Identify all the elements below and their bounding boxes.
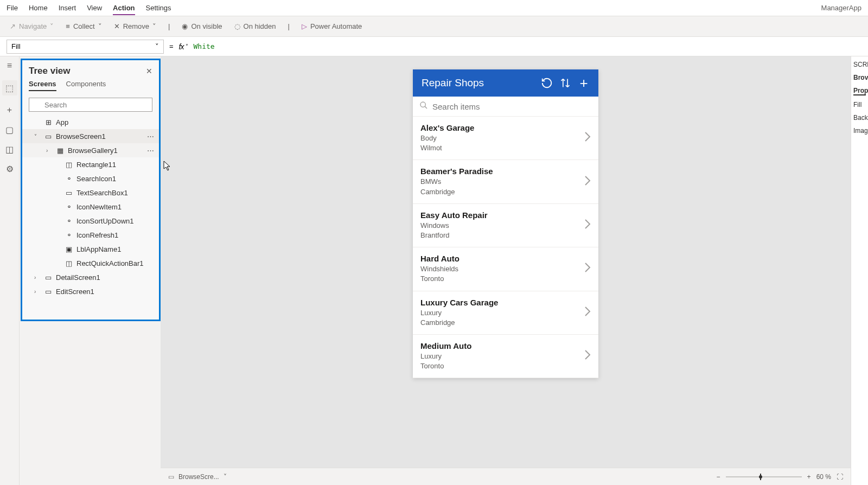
chevron-down-icon[interactable]: ˅ [34,133,41,139]
formula-input[interactable]: White [193,42,861,50]
list-item[interactable]: Hard AutoWindshieldsToronto [413,247,598,291]
prop-fill[interactable]: Fill [853,101,866,109]
zoom-in-button[interactable]: + [807,473,811,481]
tree-item-label: BrowseGallery1 [68,146,118,155]
ribbon-bar: ↗ Navigate ˅ ≡ Collect ˅ ✕ Remove ˅ | ◉ … [0,16,868,37]
prop-imag[interactable]: Imag [853,127,866,135]
on-visible-button[interactable]: ◉ On visible [182,22,222,30]
property-selector[interactable]: Fill ˅ [7,40,164,54]
tree-item[interactable]: ⊞App [22,115,159,129]
list-item[interactable]: Easy Auto RepairWindowsBrantford [413,204,598,247]
sort-icon[interactable] [559,77,571,89]
chevron-down-icon: ˅ [98,22,102,30]
list-item[interactable]: Luxury Cars GarageLuxuryCambridge [413,291,598,335]
tree-item[interactable]: ◫Rectangle11 [22,157,159,171]
tree-item-label: IconRefresh1 [76,231,118,239]
zoom-out-button[interactable]: − [717,473,720,481]
chevron-down-icon: ˅ [152,22,156,30]
separator: | [288,22,290,30]
panel-prop-tab[interactable]: Prop [853,87,866,95]
card-subtitle-2: Wilmot [420,143,584,153]
chevron-right-icon[interactable] [584,131,591,145]
menu-file[interactable]: File [7,4,18,12]
zoom-slider[interactable] [726,476,802,477]
tree-item[interactable]: ›▦BrowseGallery1⋯ [22,143,159,157]
list-item[interactable]: Beamer's ParadiseBMWsCambridge [413,160,598,203]
app-icon: ⊞ [44,118,53,126]
screen-indicator-label[interactable]: BrowseScre... [178,473,219,481]
more-options-icon[interactable]: ⋯ [147,146,155,155]
close-icon[interactable]: ✕ [146,67,152,75]
status-bar: ▭ BrowseScre... ˅ − + 60 % ⛶ [161,468,851,485]
menu-settings[interactable]: Settings [146,4,171,12]
tree-item[interactable]: ›▭DetailScreen1 [22,270,159,284]
control-icon: ⚬ [65,174,73,183]
menu-action[interactable]: Action [113,4,135,15]
tree-item-label: TextSearchBox1 [76,189,128,197]
remove-icon: ✕ [114,22,120,30]
list-item[interactable]: Alex's GarageBodyWilmot [413,117,598,160]
tools-icon[interactable]: ⚙ [5,164,15,174]
card-subtitle-2: Toronto [420,361,584,371]
on-hidden-button[interactable]: ◌ On hidden [234,22,276,30]
prop-back[interactable]: Back [853,114,866,122]
chevron-right-icon[interactable] [584,219,591,232]
tree-tab-components[interactable]: Components [66,80,106,91]
tree-view-icon[interactable]: ⬚ [2,80,17,95]
menu-view[interactable]: View [87,4,102,12]
chevron-right-icon[interactable] [584,175,591,189]
chevron-right-icon[interactable] [584,262,591,276]
chevron-right-icon[interactable]: › [46,148,53,154]
tree-tab-screens[interactable]: Screens [29,80,56,91]
refresh-icon[interactable] [541,77,553,89]
formula-bar: Fill ˅ = fx˅ White [0,37,868,56]
chevron-right-icon[interactable]: › [34,275,41,280]
chevron-right-icon[interactable] [584,306,591,320]
tree-search-input[interactable] [29,98,152,112]
tree-item-label: IconSortUpDown1 [76,217,134,225]
tree-item[interactable]: ˅▭BrowseScreen1⋯ [22,129,159,143]
insert-icon[interactable]: + [5,105,15,115]
collect-button[interactable]: ≡ Collect ˅ [66,22,101,30]
chevron-right-icon[interactable] [584,349,591,363]
screen-indicator-icon: ▭ [168,473,174,481]
svg-point-0 [420,102,425,107]
menu-insert[interactable]: Insert [59,4,76,12]
remove-button[interactable]: ✕ Remove ˅ [114,22,156,30]
tree-item[interactable]: ▭TextSearchBox1 [22,186,159,200]
menu-home[interactable]: Home [29,4,48,12]
list-item[interactable]: Medium AutoLuxuryToronto [413,335,598,378]
navigate-button[interactable]: ↗ Navigate ˅ [10,22,54,30]
app-search-bar [413,97,598,117]
tree-item-label: RectQuickActionBar1 [76,259,144,267]
chevron-down-icon[interactable]: ˅ [224,473,227,481]
fx-label[interactable]: fx˅ [179,42,188,51]
tree-item[interactable]: ⚬SearchIcon1 [22,171,159,186]
hamburger-icon[interactable]: ≡ [5,61,15,71]
chevron-right-icon[interactable]: › [34,289,41,295]
more-options-icon[interactable]: ⋯ [147,132,155,141]
rect-icon: ◫ [65,259,73,267]
textbox-icon: ▭ [65,188,73,197]
fullscreen-icon[interactable]: ⛶ [837,473,843,481]
tree-item[interactable]: ⚬IconRefresh1 [22,228,159,242]
tree-item[interactable]: ▣LblAppName1 [22,242,159,256]
app-name-label: ManagerApp [821,4,861,12]
tree-item[interactable]: ⚬IconSortUpDown1 [22,214,159,228]
add-icon[interactable]: + [578,77,590,89]
data-icon[interactable]: ▢ [5,125,15,135]
tree-item-label: EditScreen1 [56,288,94,296]
card-title: Medium Auto [420,341,584,350]
tree-item[interactable]: ›▭EditScreen1 [22,284,159,298]
tree-item-label: App [56,118,68,126]
power-automate-button[interactable]: ▷ Power Automate [302,22,362,30]
app-search-input[interactable] [432,102,592,111]
tree-item[interactable]: ◫RectQuickActionBar1 [22,256,159,270]
tree-item[interactable]: ⚬IconNewItem1 [22,200,159,214]
tree-item-label: Rectangle11 [76,161,116,169]
chevron-down-icon: ˅ [155,42,159,50]
media-icon[interactable]: ◫ [5,144,15,154]
visible-icon: ◉ [182,22,188,30]
app-header: Repair Shops + [413,69,598,97]
card-title: Beamer's Paradise [420,167,584,176]
